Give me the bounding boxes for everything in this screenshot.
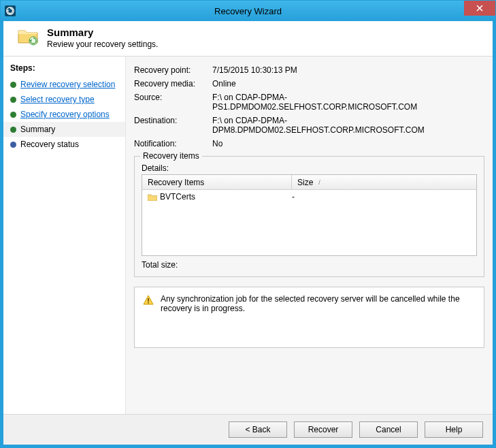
step-specify-recovery-options[interactable]: Specify recovery options	[3, 107, 125, 122]
app-icon	[5, 5, 16, 16]
destination-row: Destination: F:\ on CDAP-DPMA-DPM8.DPMDO…	[134, 114, 484, 137]
step-review-recovery-selection[interactable]: Review recovery selection	[3, 77, 125, 92]
source-row: Source: F:\ on CDAP-DPMA-PS1.DPMDOM02.SE…	[134, 91, 484, 114]
recovery-items-legend: Recovery items	[140, 151, 202, 161]
recovery-point-label: Recovery point:	[134, 65, 212, 75]
back-button[interactable]: < Back	[229, 421, 287, 438]
folder-recovery-icon	[17, 27, 39, 46]
step-summary: Summary	[3, 122, 125, 137]
row-name: BVTCerts	[160, 192, 195, 202]
table-row[interactable]: BVTCerts -	[142, 190, 476, 204]
warning-box: Any synchronization job for the selected…	[134, 287, 484, 348]
bullet-icon	[10, 97, 16, 103]
cancel-button[interactable]: Cancel	[359, 421, 418, 438]
destination-value: F:\ on CDAP-DPMA-DPM8.DPMDOM02.SELFHOST.…	[212, 116, 484, 135]
recovery-media-value: Online	[212, 79, 484, 89]
column-label: Recovery Items	[148, 178, 204, 187]
column-recovery-items[interactable]: Recovery Items	[142, 175, 292, 189]
window-title: Recovery Wizard	[1, 6, 495, 16]
recovery-media-label: Recovery media:	[134, 79, 212, 89]
column-label: Size	[297, 178, 313, 187]
page-subtitle: Review your recovery settings.	[47, 39, 158, 49]
warning-icon	[143, 295, 154, 306]
sort-asc-icon: /	[318, 179, 320, 186]
bullet-icon	[10, 82, 16, 88]
destination-label: Destination:	[134, 116, 212, 135]
table-header: Recovery Items Size /	[142, 175, 476, 190]
column-size[interactable]: Size /	[292, 175, 476, 189]
total-size-label: Total size:	[142, 260, 178, 270]
titlebar: Recovery Wizard	[1, 1, 495, 21]
bullet-icon	[10, 112, 16, 118]
step-label: Review recovery selection	[20, 80, 115, 89]
recovery-items-group: Recovery items Details: Recovery Items S…	[134, 156, 484, 277]
steps-panel: Steps: Review recovery selection Select …	[3, 57, 126, 414]
step-label: Summary	[20, 125, 55, 134]
steps-heading: Steps:	[3, 61, 125, 77]
recovery-media-row: Recovery media: Online	[134, 77, 484, 91]
wizard-header: Summary Review your recovery settings.	[3, 21, 493, 57]
notification-row: Notification: No	[134, 137, 484, 150]
close-button[interactable]	[464, 1, 495, 16]
step-label: Specify recovery options	[20, 110, 110, 119]
row-size: -	[292, 192, 471, 202]
bullet-icon	[10, 142, 16, 148]
source-value: F:\ on CDAP-DPMA-PS1.DPMDOM02.SELFHOST.C…	[212, 93, 484, 112]
total-size-row: Total size:	[142, 260, 477, 270]
source-label: Source:	[134, 93, 212, 112]
recovery-items-table: Recovery Items Size /	[142, 174, 477, 256]
client-area: Summary Review your recovery settings. S…	[1, 21, 495, 447]
button-bar: < Back Recover Cancel Help	[3, 414, 493, 445]
warning-text: Any synchronization job for the selected…	[161, 294, 476, 340]
recover-button[interactable]: Recover	[294, 421, 352, 438]
recovery-point-value: 7/15/2015 10:30:13 PM	[212, 65, 484, 75]
step-label: Select recovery type	[20, 95, 95, 104]
recovery-wizard-window: Recovery Wizard Summary Review your reco…	[0, 0, 496, 448]
svg-rect-2	[148, 298, 149, 302]
step-select-recovery-type[interactable]: Select recovery type	[3, 92, 125, 107]
help-button[interactable]: Help	[425, 421, 483, 438]
page-title: Summary	[47, 27, 158, 38]
step-recovery-status: Recovery status	[3, 137, 125, 152]
step-label: Recovery status	[20, 140, 79, 149]
folder-icon	[148, 193, 157, 201]
notification-label: Notification:	[134, 139, 212, 148]
recovery-point-row: Recovery point: 7/15/2015 10:30:13 PM	[134, 63, 484, 77]
svg-rect-3	[148, 302, 149, 304]
notification-value: No	[212, 139, 484, 148]
content-panel: Recovery point: 7/15/2015 10:30:13 PM Re…	[126, 57, 493, 414]
table-body: BVTCerts -	[142, 190, 476, 255]
details-label: Details:	[142, 163, 477, 173]
bullet-icon	[10, 127, 16, 133]
